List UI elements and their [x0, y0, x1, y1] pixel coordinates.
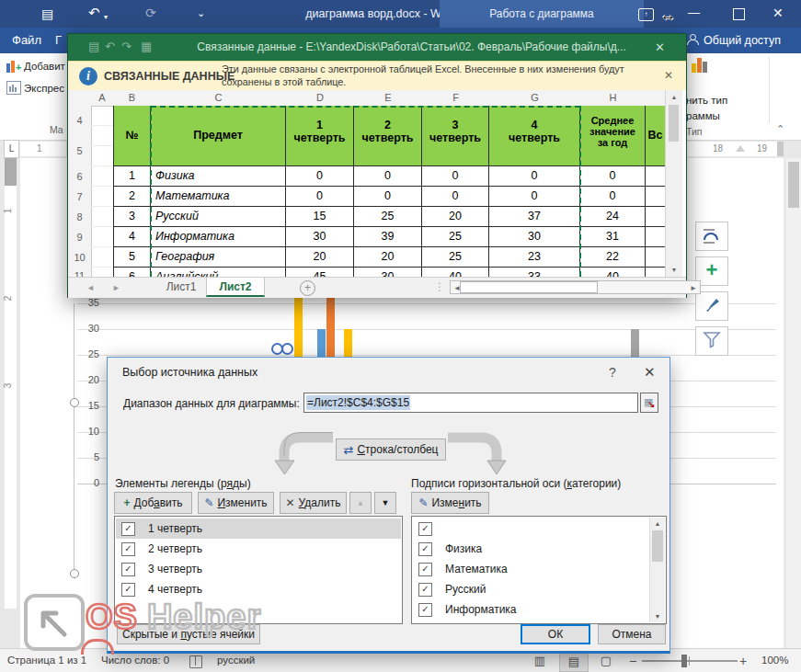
remove-series-button[interactable]: ✕ Удалить	[280, 492, 347, 514]
page-indicator[interactable]: Страница 1 из 1	[7, 655, 86, 666]
cell[interactable]: Физика	[151, 166, 286, 187]
ribbon-item-add-chart-element[interactable]: Добавит	[24, 61, 65, 72]
maximize-button[interactable]	[733, 8, 745, 20]
column-header[interactable]: D	[286, 90, 355, 107]
zoom-in-button[interactable]: +	[739, 654, 747, 668]
cell[interactable]: Русский	[151, 207, 286, 227]
cell-partial[interactable]	[646, 227, 665, 247]
list-item[interactable]: ✓ Физика	[413, 539, 649, 559]
cell[interactable]: 15	[286, 207, 354, 227]
spreadsheet-grid[interactable]: A B C D E F G H 4 5 6 7 8 9 10 11 № Пред…	[68, 90, 686, 277]
switch-row-column-button[interactable]: ⇄ Строка/столбец	[336, 439, 446, 461]
checkbox[interactable]: ✓	[121, 522, 135, 536]
header-cell[interactable]: №	[113, 106, 151, 166]
zoom-level[interactable]: 100%	[761, 655, 788, 666]
cell[interactable]: 0	[286, 187, 354, 207]
add-sheet-icon[interactable]: +	[300, 280, 315, 296]
cell-partial[interactable]	[646, 268, 665, 277]
cell[interactable]: 3	[113, 207, 151, 227]
checkbox[interactable]: ✓	[121, 542, 135, 556]
list-item[interactable]: ✓ 1 четверть	[116, 518, 401, 539]
sheet-tab-list1[interactable]: Лист1	[160, 278, 202, 297]
column-header[interactable]: H	[580, 90, 647, 107]
word-count[interactable]: Число слов: 0	[101, 655, 169, 666]
cell[interactable]: 0	[489, 187, 580, 207]
indent-marker[interactable]	[736, 145, 745, 152]
close-icon[interactable]: ✕	[644, 364, 656, 381]
cell[interactable]: 20	[286, 247, 354, 268]
cell[interactable]: 20	[354, 247, 422, 268]
list-item[interactable]: ✓ 4 четверть	[116, 579, 401, 599]
edit-series-button[interactable]: ✎ Изменить	[198, 492, 274, 514]
cancel-button[interactable]: Отмена	[598, 624, 666, 644]
cell[interactable]: Информатика	[151, 227, 286, 247]
cell[interactable]: 2	[113, 187, 151, 207]
cell[interactable]: 30	[286, 227, 354, 247]
list-item[interactable]: ✓ Информатика	[413, 599, 649, 620]
checkbox[interactable]: ✓	[418, 583, 432, 597]
header-cell[interactable]: Среднеезначениеза год	[580, 106, 646, 166]
scrollbar-thumb[interactable]	[788, 162, 799, 208]
row-header[interactable]: 6	[68, 166, 92, 188]
sheet-tab-list2[interactable]: Лист2	[206, 278, 265, 297]
row-header[interactable]: 10	[68, 247, 92, 268]
cell[interactable]: 6	[113, 268, 151, 277]
close-icon[interactable]: ✕	[655, 40, 665, 54]
cell[interactable]: 0	[580, 166, 646, 187]
row-header[interactable]: 7	[68, 187, 92, 208]
cell[interactable]: 25	[354, 207, 422, 227]
row-header[interactable]: 4	[68, 106, 92, 137]
cell-partial[interactable]	[646, 187, 665, 207]
cell[interactable]: 25	[422, 247, 489, 268]
column-header[interactable]: E	[354, 90, 423, 107]
tab-home-partial[interactable]: Г	[55, 33, 62, 47]
header-cell[interactable]: 4четверть	[489, 106, 580, 166]
cell[interactable]: 39	[354, 227, 422, 247]
column-header-partial[interactable]	[646, 90, 666, 107]
cell-partial[interactable]	[646, 207, 665, 227]
cell[interactable]: 45	[286, 268, 354, 277]
checkbox[interactable]: ✓	[418, 603, 432, 617]
checkbox[interactable]: ✓	[121, 563, 135, 576]
column-header[interactable]: G	[489, 90, 581, 107]
cell[interactable]: 0	[354, 187, 422, 207]
sheet-vertical-scrollbar[interactable]: ▲ ▼	[665, 90, 682, 277]
category-list[interactable]: ✓ ✓ Физика ✓ Математика ✓ Русский ✓ Инфо…	[411, 516, 667, 624]
save-icon[interactable]: ▤	[88, 40, 99, 53]
cell[interactable]: 0	[354, 166, 422, 187]
sheet-horizontal-scrollbar[interactable]: ◄ ►	[450, 280, 701, 294]
column-header[interactable]: A	[91, 90, 114, 107]
undo-icon[interactable]: ↶	[105, 40, 115, 53]
chart-styles-button[interactable]	[695, 291, 728, 321]
list-scrollbar[interactable]: ▲ ▼	[649, 518, 665, 622]
column-header[interactable]: C	[151, 90, 287, 107]
cell[interactable]: 0	[489, 166, 580, 187]
cell[interactable]: 20	[422, 207, 489, 227]
redo-icon[interactable]: ↷	[121, 40, 132, 53]
row-header[interactable]: 11	[68, 268, 92, 277]
tab-nav-right-icon[interactable]: ►	[112, 283, 120, 292]
range-picker-button[interactable]: ▦ ↘	[640, 393, 658, 413]
cell[interactable]: 5	[113, 247, 151, 268]
scrollbar-thumb[interactable]	[669, 105, 679, 142]
cell[interactable]: 40	[422, 268, 489, 277]
document-scrollbar[interactable]	[786, 158, 801, 648]
read-mode-button[interactable]: ▥	[526, 652, 554, 670]
tab-nav-left-icon[interactable]: ◄	[86, 283, 95, 292]
cell[interactable]: 1	[113, 166, 151, 187]
cell[interactable]: 23	[489, 247, 580, 268]
move-down-button[interactable]: ▼	[374, 492, 396, 514]
tab-stop-selector[interactable]: L	[4, 140, 19, 158]
layout-options-button[interactable]	[695, 222, 728, 251]
tab-splitter-icon[interactable]: ⋮	[434, 280, 445, 293]
ribbon-item-change-type-line2[interactable]: раммы	[686, 110, 720, 121]
row-header[interactable]: 9	[68, 227, 92, 248]
range-input[interactable]: =Лист2!$C$4:$G$15	[303, 393, 638, 413]
qat-customize-icon[interactable]: ⌄	[197, 6, 205, 20]
list-item[interactable]: ✓ 2 четверть	[116, 539, 401, 559]
cell-partial[interactable]	[646, 247, 665, 268]
redo-icon[interactable]: ⟳	[145, 6, 156, 20]
contextual-tab-chart-tools[interactable]: Работа с диаграмма	[440, 0, 644, 28]
cell[interactable]: Английский	[151, 268, 286, 277]
list-item[interactable]: ✓ Русский	[413, 579, 649, 599]
